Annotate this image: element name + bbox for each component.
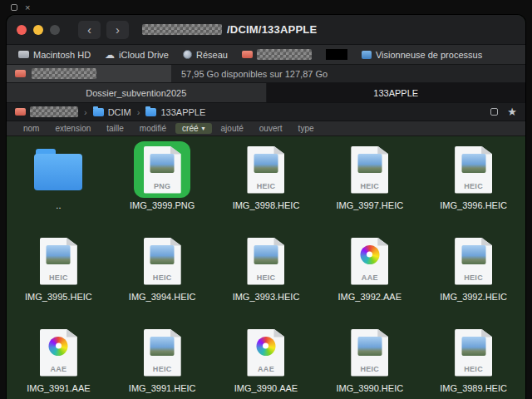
column-headers: nomextensiontaillemodifiécréé▾ajoutéouve… [7, 121, 525, 136]
icon-box: HEIC [446, 233, 502, 289]
path-segment[interactable]: DCIM [93, 107, 131, 117]
path-actions: ★ [490, 106, 517, 117]
window-manager-icon[interactable] [11, 4, 17, 11]
document-icon: HEIC [247, 146, 284, 194]
favorites-item[interactable]: Réseau [183, 50, 228, 60]
file-grid: ..PNGIMG_3999.PNGHEICIMG_3998.HEICHEICIM… [7, 136, 525, 399]
file-item[interactable]: AAEIMG_3991.AAE [7, 324, 111, 399]
image-thumbnail [461, 154, 485, 173]
file-name: IMG_3992.HEIC [440, 292, 507, 302]
photos-flower-icon [49, 337, 68, 356]
file-item[interactable]: HEICIMG_3989.HEIC [421, 324, 525, 399]
favorites-item[interactable] [326, 49, 347, 60]
close-window-button[interactable] [17, 25, 27, 35]
device-selector[interactable] [7, 65, 171, 82]
file-item[interactable]: HEICIMG_3997.HEIC [318, 141, 421, 233]
document-icon: AAE [247, 329, 284, 377]
icon-box: HEIC [446, 141, 502, 198]
disk-bar: 57,95 Go disponibles sur 127,87 Go [7, 65, 525, 83]
favorite-star-icon[interactable]: ★ [507, 106, 517, 117]
file-type-badge: HEIC [144, 273, 181, 282]
minimize-window-button[interactable] [33, 25, 43, 35]
file-item[interactable]: PNGIMG_3999.PNG [111, 141, 214, 233]
favorites-item[interactable]: iCloud Drive [105, 50, 169, 60]
file-item[interactable]: HEICIMG_3991.HEIC [111, 324, 214, 399]
icon-box [30, 141, 86, 198]
column-header-extension[interactable]: extension [48, 123, 97, 134]
document-icon: HEIC [455, 146, 492, 194]
file-type-badge: HEIC [351, 365, 388, 373]
file-type-badge: HEIC [455, 182, 492, 190]
file-item[interactable]: HEICIMG_3993.HEIC [214, 233, 318, 324]
redacted-device-name [32, 68, 96, 79]
favorites-item[interactable]: Macintosh HD [18, 50, 91, 60]
file-name: IMG_3989.HEIC [440, 383, 507, 393]
document-icon: HEIC [144, 329, 181, 377]
favorites-item[interactable] [242, 49, 312, 60]
icon-box: HEIC [446, 324, 502, 381]
network-globe-icon [183, 50, 192, 59]
file-name: IMG_3992.AAE [338, 292, 401, 302]
path-segment[interactable]: 133APPLE [145, 107, 205, 117]
file-item[interactable]: HEICIMG_3995.HEIC [7, 233, 111, 324]
icon-box: AAE [238, 324, 294, 381]
document-icon: HEIC [351, 329, 388, 377]
file-item[interactable]: HEICIMG_3994.HEIC [111, 233, 214, 324]
file-name: IMG_3998.HEIC [233, 200, 300, 210]
folder-icon [93, 108, 104, 116]
document-icon: HEIC [455, 329, 492, 377]
favorites-item[interactable]: Visionneuse de processus [362, 50, 482, 60]
file-item[interactable]: HEICIMG_3992.HEIC [421, 233, 525, 324]
tab-133apple[interactable]: 133APPLE [267, 83, 526, 102]
tab-dossier-subvention2025[interactable]: Dossier_subvention2025 [7, 83, 267, 102]
traffic-lights [17, 25, 60, 35]
zoom-window-button[interactable] [50, 25, 60, 35]
file-item[interactable]: AAEIMG_3992.AAE [318, 233, 421, 324]
icon-box: HEIC [134, 233, 190, 289]
forward-button[interactable]: › [106, 21, 129, 39]
file-name: IMG_3995.HEIC [25, 292, 92, 302]
disk-space-text: 57,95 Go disponibles sur 127,87 Go [181, 69, 328, 79]
column-header-ouvert[interactable]: ouvert [253, 123, 289, 134]
image-thumbnail [461, 337, 485, 356]
file-item[interactable]: AAEIMG_3990.AAE [214, 324, 318, 399]
column-header-taille[interactable]: taille [100, 123, 131, 134]
column-header-modifie[interactable]: modifié [133, 123, 173, 134]
view-toggle-icon[interactable] [490, 108, 498, 116]
icon-box: HEIC [342, 141, 398, 198]
path-segment[interactable] [15, 106, 78, 117]
path-bar: ›DCIM›133APPLE ★ [7, 103, 525, 121]
image-thumbnail [357, 337, 382, 356]
black-redacted-swatch [326, 49, 347, 60]
icon-box: AAE [30, 324, 86, 381]
photos-flower-icon [360, 245, 379, 264]
column-header-cree[interactable]: créé▾ [175, 123, 211, 134]
file-item[interactable]: HEICIMG_3998.HEIC [214, 141, 318, 233]
file-type-badge: HEIC [351, 182, 388, 190]
image-thumbnail [150, 337, 175, 356]
favorites-bar: Macintosh HDiCloud DriveRéseauVisionneus… [7, 45, 525, 65]
file-item[interactable]: HEICIMG_3990.HEIC [318, 324, 421, 399]
titlebar: ‹ › /DCIM/133APPLE [7, 15, 525, 45]
column-header-nom[interactable]: nom [17, 123, 46, 134]
favorites-item-label: Visionneuse de processus [376, 50, 482, 60]
document-icon: HEIC [247, 238, 284, 285]
column-header-ajoute[interactable]: ajouté [214, 123, 250, 134]
window-title-text: /DCIM/133APPLE [227, 23, 317, 36]
file-name: IMG_3991.HEIC [129, 383, 196, 393]
selected-icon-box: PNG [134, 141, 190, 198]
chevron-right-icon: › [84, 107, 87, 117]
file-item[interactable]: HEICIMG_3996.HEIC [421, 141, 525, 233]
tab-bar: Dossier_subvention2025133APPLE [7, 83, 525, 103]
breadcrumb: ›DCIM›133APPLE [15, 106, 205, 117]
sort-arrow-icon: ▾ [202, 126, 205, 132]
file-name: IMG_3991.AAE [27, 383, 90, 393]
back-button[interactable]: ‹ [78, 21, 101, 39]
external-drive-icon [242, 51, 253, 58]
column-header-type[interactable]: type [292, 123, 321, 134]
file-type-badge: HEIC [40, 273, 77, 282]
folder-item[interactable]: .. [7, 141, 111, 233]
folder-icon [145, 108, 156, 116]
icon-box: AAE [342, 233, 398, 289]
close-icon[interactable]: × [25, 3, 30, 12]
